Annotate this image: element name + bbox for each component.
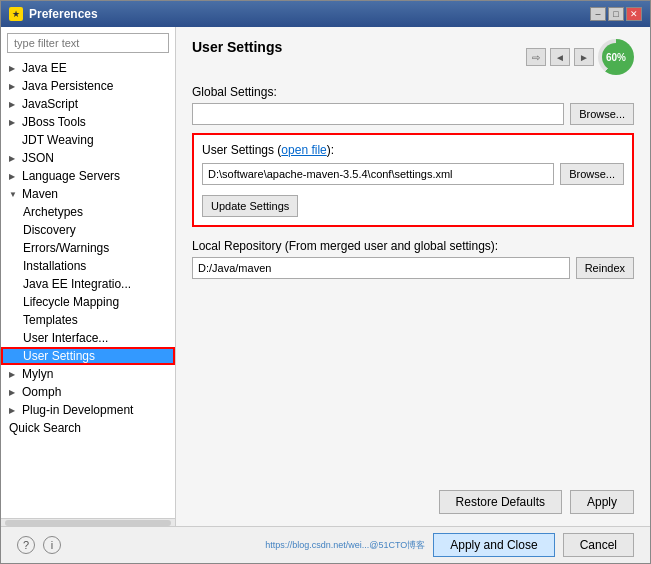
window-icon: ★ [9,7,23,21]
local-repo-input[interactable] [192,257,570,279]
sidebar-item-discovery[interactable]: Discovery [1,221,175,239]
next-nav-button[interactable]: ► [574,48,594,66]
expand-arrow: ▶ [9,370,19,379]
help-icon[interactable]: ? [17,536,35,554]
window-title: Preferences [29,7,98,21]
progress-circle: 60% [598,39,634,75]
global-settings-label: Global Settings: [192,85,634,99]
sidebar-item-label: Maven [22,187,58,201]
sidebar-item-maven[interactable]: ▼ Maven [1,185,175,203]
sidebar-item-label: Oomph [22,385,61,399]
user-settings-file-label: User Settings (open file): [202,143,624,157]
content-area: ▶ Java EE ▶ Java Persistence ▶ JavaScrip… [1,27,650,526]
sidebar-horizontal-scrollbar[interactable] [1,518,175,526]
sidebar-item-quick-search[interactable]: Quick Search [1,419,175,437]
sidebar-item-installations[interactable]: Installations [1,257,175,275]
sidebar-item-java-ee-integration[interactable]: Java EE Integratio... [1,275,175,293]
sidebar-item-label: JSON [22,151,54,165]
expand-arrow: ▶ [9,82,19,91]
sidebar-item-label: Language Servers [22,169,120,183]
close-button[interactable]: ✕ [626,7,642,21]
cancel-button[interactable]: Cancel [563,533,634,557]
scroll-track[interactable] [5,520,171,526]
user-settings-path-input[interactable] [202,163,554,185]
sidebar-item-label: Archetypes [23,205,83,219]
sidebar-item-label: Mylyn [22,367,53,381]
minimize-button[interactable]: – [590,7,606,21]
sidebar-item-label: Quick Search [9,421,81,435]
sidebar-item-errors-warnings[interactable]: Errors/Warnings [1,239,175,257]
sidebar-item-java-ee[interactable]: ▶ Java EE [1,59,175,77]
sidebar-item-label: Java EE Integratio... [23,277,131,291]
title-bar-left: ★ Preferences [9,7,98,21]
tree: ▶ Java EE ▶ Java Persistence ▶ JavaScrip… [1,59,175,518]
preferences-window: ★ Preferences – □ ✕ ▶ Java EE ▶ Ja [0,0,651,564]
sidebar-item-label: Java EE [22,61,67,75]
main-panel-actions: Restore Defaults Apply [192,482,634,514]
sidebar-item-jboss-tools[interactable]: ▶ JBoss Tools [1,113,175,131]
sidebar-item-mylyn[interactable]: ▶ Mylyn [1,365,175,383]
sidebar-item-label: User Interface... [23,331,108,345]
apply-and-close-button[interactable]: Apply and Close [433,533,554,557]
sidebar-item-label: Templates [23,313,78,327]
sidebar-item-label: Discovery [23,223,76,237]
sidebar-item-language-servers[interactable]: ▶ Language Servers [1,167,175,185]
local-repository-section: Local Repository (From merged user and g… [192,239,634,279]
sidebar-item-jdt-weaving[interactable]: JDT Weaving [1,131,175,149]
user-settings-label-text: User Settings ( [202,143,281,157]
sidebar-item-json[interactable]: ▶ JSON [1,149,175,167]
global-settings-input[interactable] [192,103,564,125]
progress-value: 60% [602,43,630,71]
expand-arrow: ▶ [9,100,19,109]
main-header: User Settings ⇨ ◄ ► 60% [192,39,634,75]
sidebar-item-label: Java Persistence [22,79,113,93]
maximize-button[interactable]: □ [608,7,624,21]
sidebar-item-label: Errors/Warnings [23,241,109,255]
sidebar-item-label: Installations [23,259,86,273]
forward-nav-button[interactable]: ⇨ [526,48,546,66]
sidebar-item-label: Lifecycle Mapping [23,295,119,309]
main-panel: User Settings ⇨ ◄ ► 60% Global Settings:… [176,27,650,526]
sidebar-item-javascript[interactable]: ▶ JavaScript [1,95,175,113]
user-settings-input-row: Browse... [202,163,624,185]
sidebar-item-lifecycle-mapping[interactable]: Lifecycle Mapping [1,293,175,311]
expand-arrow: ▶ [9,64,19,73]
expand-arrow: ▼ [9,190,19,199]
sidebar-item-plugin-development[interactable]: ▶ Plug-in Development [1,401,175,419]
open-file-link[interactable]: open file [281,143,326,157]
header-icons: ⇨ ◄ ► 60% [526,39,634,75]
sidebar-item-label: JBoss Tools [22,115,86,129]
title-bar: ★ Preferences – □ ✕ [1,1,650,27]
info-icon[interactable]: i [43,536,61,554]
user-settings-box: User Settings (open file): Browse... Upd… [192,133,634,227]
sidebar-item-label: JavaScript [22,97,78,111]
back-nav-button[interactable]: ◄ [550,48,570,66]
footer-icons: ? i [17,536,61,554]
update-settings-button[interactable]: Update Settings [202,195,298,217]
expand-arrow: ▶ [9,388,19,397]
sidebar-item-oomph[interactable]: ▶ Oomph [1,383,175,401]
sidebar-item-archetypes[interactable]: Archetypes [1,203,175,221]
expand-arrow: ▶ [9,154,19,163]
reindex-button[interactable]: Reindex [576,257,634,279]
global-settings-browse-button[interactable]: Browse... [570,103,634,125]
footer-bar: ? i https://blog.csdn.net/wei...@51CTO博客… [1,526,650,563]
sidebar-item-label: User Settings [23,349,95,363]
sidebar-item-java-persistence[interactable]: ▶ Java Persistence [1,77,175,95]
user-settings-browse-button[interactable]: Browse... [560,163,624,185]
global-settings-row: Browse... [192,103,634,125]
local-repo-label: Local Repository (From merged user and g… [192,239,634,253]
sidebar: ▶ Java EE ▶ Java Persistence ▶ JavaScrip… [1,27,176,526]
sidebar-item-label: Plug-in Development [22,403,133,417]
sidebar-item-templates[interactable]: Templates [1,311,175,329]
restore-defaults-button[interactable]: Restore Defaults [439,490,562,514]
apply-button[interactable]: Apply [570,490,634,514]
expand-arrow: ▶ [9,118,19,127]
sidebar-item-user-interface[interactable]: User Interface... [1,329,175,347]
sidebar-item-label: JDT Weaving [22,133,94,147]
expand-arrow: ▶ [9,172,19,181]
sidebar-item-user-settings[interactable]: User Settings [1,347,175,365]
local-repo-row: Reindex [192,257,634,279]
filter-input[interactable] [7,33,169,53]
title-buttons: – □ ✕ [590,7,642,21]
